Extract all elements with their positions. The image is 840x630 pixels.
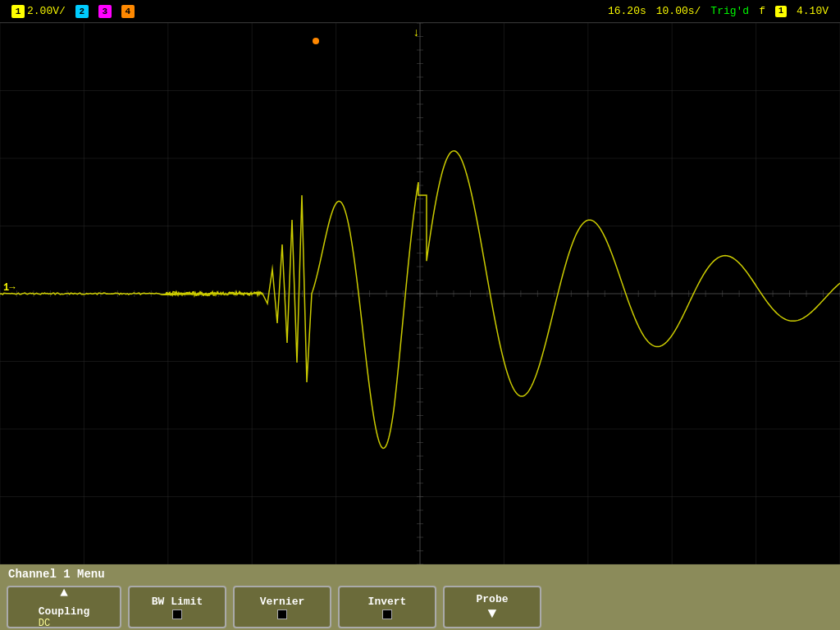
ch4-badge: 4 [121, 5, 135, 18]
time-position-value: 16.20s [608, 5, 646, 17]
vernier-label: Vernier [260, 596, 305, 608]
trig-ch: 1 [770, 6, 792, 17]
trig-ch-badge: 1 [775, 6, 787, 17]
menu-buttons: ▲ Coupling DC BW Limit Vernier Invert Pr… [0, 582, 840, 630]
invert-indicator [382, 609, 392, 619]
vernier-button[interactable]: Vernier [233, 586, 331, 628]
grid-canvas [0, 23, 840, 564]
probe-label: Probe [476, 593, 508, 605]
trig-level: 4.10V [792, 5, 833, 17]
ch1-status: 1 2.00V/ [7, 5, 71, 18]
time-scale-value: 10.00s/ [656, 5, 701, 17]
probe-arrow-icon: ▼ [488, 605, 497, 622]
coupling-label: Coupling [39, 605, 89, 618]
ch2-status: 2 [71, 5, 94, 18]
ch1-ground-marker: 1→ [3, 282, 15, 294]
menu-bar: Channel 1 Menu ▲ Coupling DC BW Limit Ve… [0, 564, 840, 630]
coupling-arrow-icon: ▲ [60, 586, 68, 600]
ch3-badge: 3 [98, 5, 112, 18]
ch3-status: 3 [94, 5, 116, 18]
invert-label: Invert [368, 596, 407, 608]
oscilloscope-screen: 1→ ↓ [0, 23, 840, 564]
bw-limit-indicator [172, 609, 182, 619]
bw-limit-label: BW Limit [152, 596, 203, 608]
trig-status: Trig'd [705, 5, 754, 17]
time-scale: 10.00s/ [651, 5, 706, 17]
menu-title: Channel 1 Menu [0, 566, 840, 582]
time-pos: 16.20s [603, 5, 651, 17]
invert-button[interactable]: Invert [338, 586, 436, 628]
ch2-badge: 2 [75, 5, 89, 18]
trig-edge-icon: f [759, 5, 765, 17]
status-bar: 1 2.00V/ 2 3 4 16.20s 10.00s/ Trig'd f 1… [0, 0, 840, 23]
bw-limit-button[interactable]: BW Limit [128, 586, 226, 628]
vernier-indicator [277, 609, 287, 619]
ch4-status: 4 [116, 5, 139, 18]
trig-level-value: 4.10V [797, 5, 829, 17]
ch1-badge: 1 [11, 5, 25, 18]
ch1-scale: 2.00V/ [27, 5, 66, 17]
trig-icon-area: f [754, 5, 770, 17]
trig-status-label: Trig'd [710, 5, 749, 17]
trigger-position-marker: ↓ [413, 26, 419, 39]
probe-button[interactable]: Probe ▼ [443, 586, 541, 628]
coupling-value: DC [39, 618, 50, 629]
coupling-button[interactable]: ▲ Coupling DC [7, 586, 121, 628]
